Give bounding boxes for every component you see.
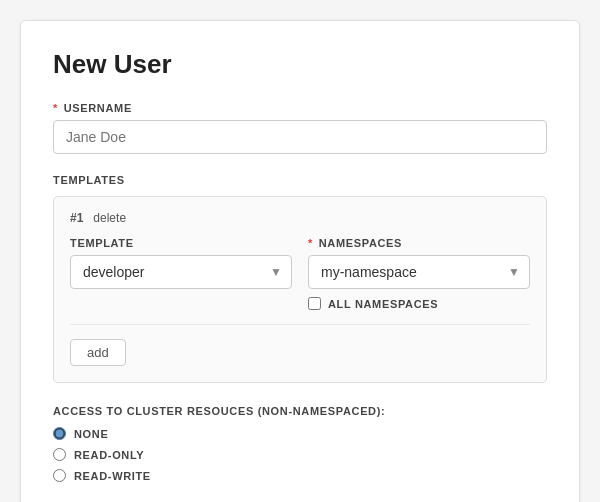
radio-item-read-write: READ-WRITE bbox=[53, 469, 547, 482]
access-label: ACCESS TO CLUSTER RESOUCES (NON-NAMESPAC… bbox=[53, 405, 547, 417]
template-divider bbox=[70, 324, 530, 325]
template-fields: TEMPLATE developer ▼ * NAMESPACES my-nam… bbox=[70, 237, 530, 310]
all-namespaces-row: ALL NAMESPACES bbox=[308, 297, 530, 310]
template-row-header: #1 delete bbox=[70, 211, 530, 225]
radio-item-read-only: READ-ONLY bbox=[53, 448, 547, 461]
radio-readwrite-label[interactable]: READ-WRITE bbox=[74, 470, 151, 482]
template-select-wrapper: developer ▼ bbox=[70, 255, 292, 289]
template-field: TEMPLATE developer ▼ bbox=[70, 237, 292, 289]
namespace-required-star: * bbox=[308, 237, 313, 249]
username-input[interactable] bbox=[53, 120, 547, 154]
radio-none-label[interactable]: NONE bbox=[74, 428, 108, 440]
namespace-select[interactable]: my-namespace bbox=[308, 255, 530, 289]
templates-section-label: TEMPLATES bbox=[53, 174, 547, 186]
namespace-sublabel: * NAMESPACES bbox=[308, 237, 530, 249]
all-namespaces-label[interactable]: ALL NAMESPACES bbox=[328, 298, 438, 310]
radio-readwrite[interactable] bbox=[53, 469, 66, 482]
templates-box: #1 delete TEMPLATE developer ▼ * NAMESPA… bbox=[53, 196, 547, 383]
namespace-field: * NAMESPACES my-namespace ▼ ALL NAMESPAC… bbox=[308, 237, 530, 310]
username-label: * USERNAME bbox=[53, 102, 547, 114]
add-template-button[interactable]: add bbox=[70, 339, 126, 366]
new-user-card: New User * USERNAME TEMPLATES #1 delete … bbox=[20, 20, 580, 502]
radio-item-none: NONE bbox=[53, 427, 547, 440]
access-section: ACCESS TO CLUSTER RESOUCES (NON-NAMESPAC… bbox=[53, 405, 547, 482]
radio-group: NONE READ-ONLY READ-WRITE bbox=[53, 427, 547, 482]
radio-readonly-label[interactable]: READ-ONLY bbox=[74, 449, 144, 461]
namespace-select-wrapper: my-namespace ▼ bbox=[308, 255, 530, 289]
radio-readonly[interactable] bbox=[53, 448, 66, 461]
template-select[interactable]: developer bbox=[70, 255, 292, 289]
required-star: * bbox=[53, 102, 58, 114]
delete-link[interactable]: delete bbox=[93, 211, 126, 225]
template-number: #1 bbox=[70, 211, 83, 225]
template-sublabel: TEMPLATE bbox=[70, 237, 292, 249]
all-namespaces-checkbox[interactable] bbox=[308, 297, 321, 310]
radio-none[interactable] bbox=[53, 427, 66, 440]
page-title: New User bbox=[53, 49, 547, 80]
